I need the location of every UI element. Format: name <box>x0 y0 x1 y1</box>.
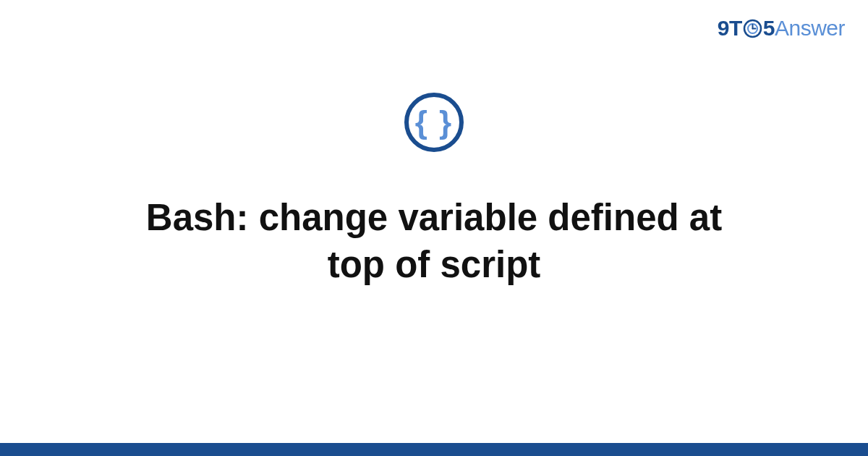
bottom-accent-bar <box>0 443 868 456</box>
brand-logo: 9 T 5 Answer <box>718 16 845 41</box>
clock-icon <box>743 19 762 38</box>
code-braces-icon: { } <box>404 93 464 152</box>
page-title: Bash: change variable defined at top of … <box>87 194 781 289</box>
brand-t: T <box>729 16 742 41</box>
brand-five: 5 <box>763 16 775 41</box>
brand-nine: 9 <box>718 16 729 41</box>
main-content: { } Bash: change variable defined at top… <box>0 93 868 289</box>
brand-answer: Answer <box>775 16 845 41</box>
braces-glyph: { } <box>415 106 453 138</box>
